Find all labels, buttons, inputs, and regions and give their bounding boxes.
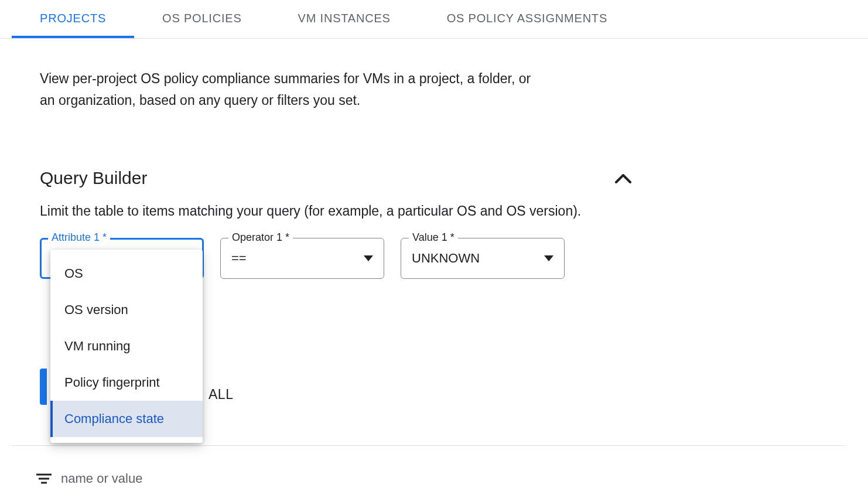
main-content: View per-project OS policy compliance su…	[0, 39, 868, 279]
query-builder-header: Query Builder	[40, 168, 631, 189]
section-divider	[12, 445, 845, 446]
tab-projects[interactable]: PROJECTS	[12, 0, 134, 38]
filter-icon	[36, 473, 52, 485]
attribute-label: Attribute 1 *	[48, 231, 110, 244]
chevron-down-icon	[544, 255, 553, 261]
query-builder-subtitle: Limit the table to items matching your q…	[40, 203, 840, 219]
value-label: Value 1 *	[409, 231, 458, 244]
dropdown-item-policy-fingerprint[interactable]: Policy fingerprint	[50, 364, 203, 401]
tab-os-policies[interactable]: OS POLICIES	[134, 0, 270, 38]
tabs-container: PROJECTS OS POLICIES VM INSTANCES OS POL…	[0, 0, 868, 39]
value-field-wrapper: Value 1 * UNKNOWN	[401, 238, 565, 279]
filter-placeholder: name or value	[61, 471, 142, 486]
value-value: UNKNOWN	[412, 251, 480, 266]
operator-select[interactable]: ==	[220, 238, 384, 279]
dropdown-item-compliance-state[interactable]: Compliance state	[50, 401, 203, 437]
dropdown-item-os[interactable]: OS	[50, 255, 203, 292]
chevron-down-icon	[364, 255, 373, 261]
query-builder-section: Query Builder Limit the table to items m…	[40, 168, 840, 279]
attribute-dropdown-menu: OS OS version VM running Policy fingerpr…	[50, 250, 203, 443]
partial-button-text: ALL	[209, 387, 233, 403]
page-description: View per-project OS policy compliance su…	[40, 68, 549, 111]
blue-accent-bar	[40, 369, 47, 405]
query-builder-title: Query Builder	[40, 168, 147, 188]
collapse-icon[interactable]	[615, 168, 631, 189]
tab-os-policy-assignments[interactable]: OS POLICY ASSIGNMENTS	[419, 0, 635, 38]
attribute-field-wrapper: Attribute 1 * OS OS version VM running P…	[40, 238, 204, 279]
tab-vm-instances[interactable]: VM INSTANCES	[270, 0, 419, 38]
operator-value: ==	[231, 251, 247, 266]
value-select[interactable]: UNKNOWN	[401, 238, 565, 279]
operator-label: Operator 1 *	[228, 231, 293, 244]
dropdown-item-os-version[interactable]: OS version	[50, 292, 203, 328]
dropdown-item-vm-running[interactable]: VM running	[50, 328, 203, 364]
query-row: Attribute 1 * OS OS version VM running P…	[40, 238, 840, 279]
operator-field-wrapper: Operator 1 * ==	[220, 238, 384, 279]
filter-row[interactable]: name or value	[36, 471, 142, 486]
